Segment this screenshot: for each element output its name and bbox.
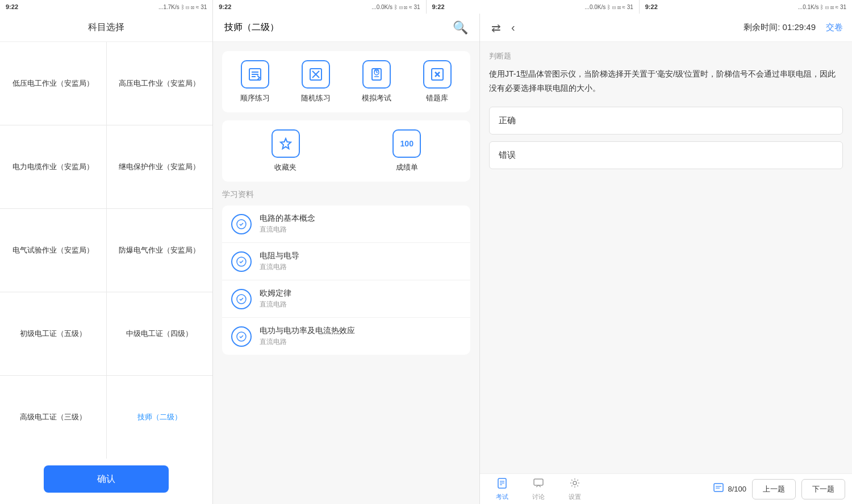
search-button[interactable]: 🔍	[453, 20, 468, 35]
sequential-label: 顺序练习	[240, 93, 270, 103]
card-count: 8/100	[713, 482, 746, 496]
material-icon-3	[231, 326, 252, 347]
back-button[interactable]: ⇄	[489, 21, 503, 35]
subject-item-4[interactable]: 电气试验作业（安监局）	[0, 209, 106, 292]
svg-marker-15	[281, 138, 291, 149]
practice-item-scores[interactable]: 100 成绩单	[349, 129, 465, 173]
status-segment-4: 9:22 ...0.1K/s ᛒ ⊟ ⊠ ≈ 31	[640, 0, 852, 14]
question-type: 判断题	[489, 51, 843, 61]
practice-icons-row2: 收藏夹 100 成绩单	[222, 120, 470, 182]
material-text-1: 电阻与电导 直流电路	[260, 251, 299, 272]
main-area: 科目选择 低压电工作业（安监局） 高压电工作业（安监局） 电力电缆作业（安监局）…	[0, 14, 852, 504]
subject-item-7[interactable]: 中级电工证（四级）	[107, 292, 213, 375]
random-label: 随机练习	[301, 93, 331, 103]
icons-2: ...0.0K/s ᛒ ⊟ ⊠ ≈ 31	[371, 4, 420, 10]
practice-item-random[interactable]: 随机练习	[289, 60, 344, 103]
subject-item-0[interactable]: 低压电工作业（安监局）	[0, 42, 106, 125]
time-4: 9:22	[645, 3, 658, 10]
scores-label: 成绩单	[396, 162, 418, 173]
confirm-button[interactable]: 确认	[44, 465, 169, 493]
material-text-0: 电路的基本概念 直流电路	[260, 213, 315, 234]
quiz-header: ⇄ ‹ 剩余时间: 01:29:49 交卷	[480, 14, 852, 42]
material-sub-3: 直流电路	[260, 337, 355, 347]
svg-rect-24	[534, 479, 543, 485]
exam-label: 考试	[496, 493, 508, 501]
mock-label: 模拟考试	[362, 93, 391, 103]
answer-option-1[interactable]: 错误	[489, 141, 843, 169]
favorites-label: 收藏夹	[274, 162, 296, 173]
answer-option-0[interactable]: 正确	[489, 107, 843, 135]
settings-label: 设置	[569, 493, 581, 501]
quiz-content: 判断题 使用JT-1型晶体管图示仪，当阶梯选择开关置于'毫安/级'位置时，阶梯信…	[480, 42, 852, 473]
material-sub-0: 直流电路	[260, 225, 315, 234]
practice-item-favorites[interactable]: 收藏夹	[228, 129, 344, 173]
sequential-icon	[241, 60, 269, 89]
practice-title: 技师（二级）	[224, 22, 279, 33]
subject-title: 科目选择	[88, 22, 124, 33]
material-title-0: 电路的基本概念	[260, 213, 315, 224]
material-list: 电路的基本概念 直流电路 电阻与电导 直流电路	[222, 205, 470, 355]
discuss-icon	[533, 477, 544, 492]
subject-item-5[interactable]: 防爆电气作业（安监局）	[107, 209, 213, 292]
confirm-area: 确认	[0, 459, 212, 504]
subject-grid: 低压电工作业（安监局） 高压电工作业（安监局） 电力电缆作业（安监局） 继电保护…	[0, 42, 212, 459]
discuss-label: 讨论	[532, 493, 545, 501]
subject-item-1[interactable]: 高压电工作业（安监局）	[107, 42, 213, 125]
subject-item-9[interactable]: 技师（二级）	[107, 376, 213, 459]
scores-icon: 100	[392, 129, 421, 158]
subject-item-2[interactable]: 电力电缆作业（安监局）	[0, 125, 106, 208]
section-title: 学习资料	[222, 190, 470, 200]
errors-label: 错题库	[426, 93, 448, 103]
status-bar: 9:22 ...1.7K/s ᛒ ⊟ ⊠ ≈ 31 9:22 ...0.0K/s…	[0, 0, 852, 14]
panel-subject: 科目选择 低压电工作业（安监局） 高压电工作业（安监局） 电力电缆作业（安监局）…	[0, 14, 213, 504]
material-title-3: 电功与电功率及电流热效应	[260, 326, 355, 336]
material-title-2: 欧姆定律	[260, 288, 291, 299]
practice-header: 技师（二级） 🔍	[213, 14, 479, 42]
timer-label: 剩余时间: 01:29:49	[523, 22, 820, 33]
errors-icon	[423, 60, 452, 89]
icons-3: ...0.0K/s ᛒ ⊟ ⊠ ≈ 31	[585, 4, 633, 10]
subject-header: 科目选择	[0, 14, 212, 42]
next-button[interactable]: 下一题	[801, 479, 845, 499]
tab-settings[interactable]: 设置	[559, 475, 590, 503]
material-item-0[interactable]: 电路的基本概念 直流电路	[222, 205, 470, 243]
tab-exam[interactable]: 考试	[487, 475, 517, 503]
material-item-1[interactable]: 电阻与电导 直流电路	[222, 243, 470, 280]
favorites-icon	[272, 129, 300, 158]
settings-icon	[569, 477, 580, 492]
subject-item-6[interactable]: 初级电工证（五级）	[0, 292, 106, 375]
subject-item-3[interactable]: 继电保护作业（安监局）	[107, 125, 213, 208]
quiz-footer: 考试 讨论 设置	[480, 473, 852, 504]
time-1: 9:22	[6, 3, 18, 10]
material-icon-2	[231, 289, 252, 309]
back-arrow-button[interactable]: ‹	[509, 21, 517, 34]
practice-icons-grid: 顺序练习 随机练习	[222, 51, 470, 112]
status-segment-2: 9:22 ...0.0K/s ᛒ ⊟ ⊠ ≈ 31	[213, 0, 426, 14]
icons-1: ...1.7K/s ᛒ ⊟ ⊠ ≈ 31	[158, 4, 207, 10]
time-2: 9:22	[219, 3, 231, 10]
practice-content: 顺序练习 随机练习	[213, 42, 479, 504]
practice-item-sequential[interactable]: 顺序练习	[228, 60, 283, 103]
panel-practice: 技师（二级） 🔍 顺序练习	[213, 14, 480, 504]
practice-item-mock[interactable]: 模拟考试	[349, 60, 404, 103]
material-title-1: 电阻与电导	[260, 251, 299, 261]
material-item-3[interactable]: 电功与电功率及电流热效应 直流电路	[222, 318, 470, 355]
practice-item-errors[interactable]: 错题库	[410, 60, 465, 103]
material-sub-2: 直流电路	[260, 300, 291, 309]
material-icon-0	[231, 214, 252, 234]
time-3: 9:22	[432, 3, 445, 10]
svg-rect-26	[714, 484, 723, 492]
prev-button[interactable]: 上一题	[752, 479, 796, 499]
submit-button[interactable]: 交卷	[826, 22, 843, 33]
svg-point-25	[573, 481, 577, 485]
status-segment-3: 9:22 ...0.0K/s ᛒ ⊟ ⊠ ≈ 31	[427, 0, 640, 14]
material-item-2[interactable]: 欧姆定律 直流电路	[222, 280, 470, 318]
tab-discuss[interactable]: 讨论	[523, 475, 554, 503]
material-sub-1: 直流电路	[260, 262, 299, 272]
mock-icon	[362, 60, 391, 89]
material-icon-1	[231, 251, 252, 272]
card-number: 8/100	[728, 485, 746, 493]
question-text: 使用JT-1型晶体管图示仪，当阶梯选择开关置于'毫安/级'位置时，阶梯信号不会通…	[489, 67, 843, 95]
subject-item-8[interactable]: 高级电工证（三级）	[0, 376, 106, 459]
random-icon	[302, 60, 330, 89]
